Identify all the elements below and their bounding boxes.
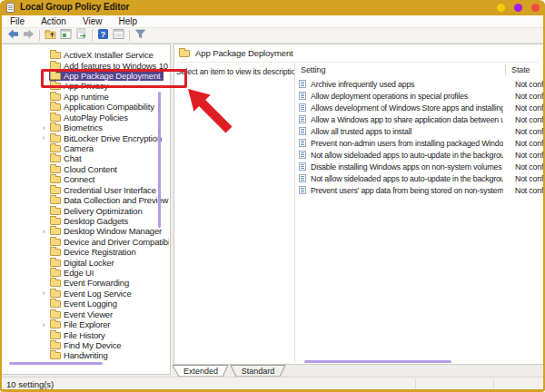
tree-item-desktop-window-manager[interactable]: ›Desktop Window Manager	[2, 226, 169, 236]
chevron-right-icon[interactable]: ›	[38, 133, 49, 142]
help-icon: ?	[97, 27, 109, 44]
tree-item-camera[interactable]: Camera	[2, 143, 169, 153]
setting-row[interactable]: Prevent users' app data from being store…	[299, 184, 543, 196]
tree-item-device-registration[interactable]: Device Registration	[2, 247, 169, 257]
setting-state: Not configured	[515, 139, 545, 148]
tree-item-file-explorer[interactable]: ›File Explorer	[2, 319, 169, 329]
setting-name: Allow deployment operations in special p…	[311, 92, 503, 101]
tab-extended-label[interactable]: Extended	[183, 367, 218, 376]
tree-item-desktop-gadgets[interactable]: Desktop Gadgets	[2, 216, 169, 226]
menu-help[interactable]: Help	[110, 16, 145, 26]
tree-item-label: Connect	[64, 174, 94, 184]
toolbar-new-window-button[interactable]	[111, 29, 126, 43]
folder-icon	[50, 311, 61, 318]
setting-state: Not configured	[515, 92, 545, 101]
tree-item-event-logging[interactable]: Event Logging	[2, 299, 169, 309]
tree-item-label: Handwriting	[64, 350, 108, 360]
setting-row[interactable]: Prevent non-admin users from installing …	[299, 137, 543, 149]
tree-item-autoplay-policies[interactable]: AutoPlay Policies	[2, 113, 169, 122]
tree-item-app-runtime[interactable]: App runtime	[2, 92, 169, 102]
close-button[interactable]	[531, 4, 540, 12]
tree-horizontal-scrollbar[interactable]	[9, 362, 103, 365]
tree-item-handwriting[interactable]: Handwriting	[2, 350, 169, 360]
maximize-button[interactable]	[514, 4, 522, 12]
folder-icon	[50, 342, 61, 349]
tree-item-application-compatibility[interactable]: Application Compatibility	[2, 102, 169, 112]
tree-item-content: Delivery Optimization	[49, 206, 145, 216]
policy-setting-icon	[299, 151, 306, 159]
setting-row[interactable]: Disable installing Windows apps on non-s…	[299, 161, 543, 172]
chevron-right-icon[interactable]: ›	[38, 123, 49, 132]
content-header-title: App Package Deployment	[195, 48, 293, 58]
menu-action[interactable]: Action	[33, 16, 74, 26]
tree-item-delivery-optimization[interactable]: Delivery Optimization	[2, 205, 169, 215]
tree-item-find-my-device[interactable]: Find My Device	[2, 340, 169, 350]
menu-file[interactable]: File	[2, 16, 33, 26]
policy-setting-icon	[299, 80, 306, 88]
status-bar: 10 setting(s)	[2, 377, 543, 389]
folder-icon	[50, 135, 61, 142]
setting-row[interactable]: Allow all trusted apps to installNot con…	[299, 125, 543, 137]
chevron-right-icon[interactable]: ›	[38, 320, 49, 329]
column-header-state[interactable]: State	[511, 65, 530, 74]
tree-item-content: Desktop Gadgets	[49, 216, 131, 226]
tree-item-credential-user-interface[interactable]: Credential User Interface	[2, 184, 169, 194]
chevron-right-icon[interactable]: ›	[38, 227, 49, 236]
tree-item-event-forwarding[interactable]: Event Forwarding	[2, 278, 169, 288]
column-separator[interactable]	[505, 64, 506, 75]
toolbar-filter-button[interactable]	[133, 29, 148, 43]
tree-vertical-scrollbar[interactable]	[158, 92, 161, 228]
tree-item-biometrics[interactable]: ›Biometrics	[2, 122, 169, 132]
tree-item-content: Credential User Interface	[49, 185, 159, 195]
tree-item-file-history[interactable]: File History	[2, 329, 169, 339]
tree-item-content: ActiveX Installer Service	[49, 50, 156, 60]
menu-view[interactable]: View	[74, 16, 111, 26]
toolbar: ?	[2, 28, 543, 44]
tree-item-label: Desktop Gadgets	[64, 216, 128, 226]
setting-row[interactable]: Allow a Windows app to share application…	[299, 113, 543, 125]
setting-row[interactable]: Not allow sideloaded apps to auto-update…	[299, 149, 543, 161]
setting-row[interactable]: Allows development of Windows Store apps…	[299, 102, 543, 113]
toolbar-help-button[interactable]: ?	[95, 29, 111, 43]
toolbar-show-console-tree-button[interactable]	[58, 29, 74, 43]
chevron-right-icon[interactable]: ›	[38, 289, 49, 298]
window-title: Local Group Policy Editor	[20, 2, 129, 12]
tree-item-bitlocker-drive-encryption[interactable]: ›BitLocker Drive Encryption	[2, 132, 169, 142]
tree-item-chat[interactable]: Chat	[2, 153, 169, 163]
tree-item-data-collection-and-preview-builds[interactable]: Data Collection and Preview Builds	[2, 195, 169, 205]
tree-item-content: Data Collection and Preview Builds	[49, 195, 169, 205]
tab-standard-label[interactable]: Standard	[242, 367, 275, 376]
tree-item-edge-ui[interactable]: Edge UI	[2, 268, 169, 278]
tree-item-digital-locker[interactable]: Digital Locker	[2, 257, 169, 267]
status-text: 10 setting(s)	[6, 379, 54, 389]
toolbar-separator	[129, 30, 130, 41]
folder-icon	[50, 197, 61, 204]
setting-name: Not allow sideloaded apps to auto-update…	[311, 151, 503, 160]
column-header-setting[interactable]: Setting	[301, 65, 325, 74]
folder-icon	[50, 332, 61, 339]
setting-row[interactable]: Allow deployment operations in special p…	[299, 90, 543, 102]
setting-row[interactable]: Archive infrequently used appsNot config…	[299, 78, 543, 90]
toolbar-back-button[interactable]	[5, 29, 21, 43]
tree-item-cloud-content[interactable]: Cloud Content	[2, 164, 169, 174]
tree-item-content: Connect	[49, 174, 97, 184]
toolbar-export-list-button[interactable]	[74, 29, 89, 43]
list-horizontal-scrollbar[interactable]	[304, 360, 451, 363]
tree-item-event-viewer[interactable]: Event Viewer	[2, 309, 169, 319]
tree-item-connect[interactable]: Connect	[2, 174, 169, 184]
folder-icon	[50, 279, 61, 287]
tree-item-event-log-service[interactable]: ›Event Log Service	[2, 289, 169, 299]
setting-row[interactable]: Not allow sideloaded apps to auto-update…	[299, 172, 543, 184]
svg-text:?: ?	[101, 30, 106, 39]
toolbar-forward-button[interactable]	[21, 29, 36, 43]
policy-setting-icon	[299, 139, 306, 147]
tree-item-label: Credential User Interface	[64, 185, 156, 195]
setting-name: Prevent non-admin users from installing …	[311, 139, 503, 148]
tree-item-label: File History	[64, 330, 105, 340]
tree-item-device-and-driver-compatibility[interactable]: Device and Driver Compatibility	[2, 237, 169, 247]
policy-setting-icon	[299, 127, 306, 135]
tree-item-activex-installer-service[interactable]: ActiveX Installer Service	[2, 50, 169, 60]
back-icon	[7, 27, 19, 44]
toolbar-up-one-level-button[interactable]	[43, 29, 58, 43]
minimize-button[interactable]	[497, 4, 505, 12]
